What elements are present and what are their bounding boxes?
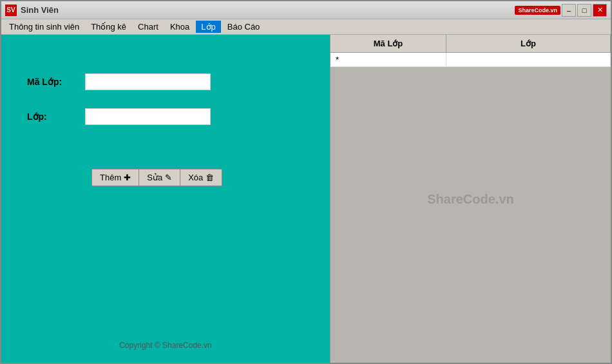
button-row: Thêm ✚ Sửa ✎ Xóa 🗑 bbox=[91, 169, 222, 186]
menu-bar: Thông tin sinh viên Thống kê Chart Khoa … bbox=[1, 19, 611, 35]
xoa-button[interactable]: Xóa 🗑 bbox=[180, 169, 222, 186]
window-title: Sinh Viên bbox=[21, 5, 59, 15]
lop-input[interactable] bbox=[85, 108, 211, 125]
menu-item-bao-cao[interactable]: Báo Cáo bbox=[222, 21, 265, 33]
col-header-ma-lop: Mã Lớp bbox=[330, 35, 446, 52]
col-header-lop: Lớp bbox=[446, 35, 611, 52]
table-watermark: ShareCode.vn bbox=[427, 191, 513, 206]
maximize-button[interactable]: □ bbox=[577, 4, 591, 17]
them-label: Thêm bbox=[100, 173, 121, 182]
minimize-button[interactable]: – bbox=[562, 4, 576, 17]
title-bar-left: SV Sinh Viên bbox=[5, 5, 59, 16]
lop-label: Lớp: bbox=[27, 111, 85, 122]
main-content: Mã Lớp: Lớp: Thêm ✚ Sửa ✎ Xóa 🗑 bbox=[1, 35, 611, 363]
lop-row: Lớp: bbox=[27, 108, 304, 125]
xoa-label: Xóa bbox=[188, 173, 203, 182]
main-window: SV Sinh Viên ShareCode.vn – □ ✕ Thông ti… bbox=[0, 0, 612, 364]
menu-item-khoa[interactable]: Khoa bbox=[165, 21, 195, 33]
close-button[interactable]: ✕ bbox=[593, 4, 607, 17]
form-panel: Mã Lớp: Lớp: Thêm ✚ Sửa ✎ Xóa 🗑 bbox=[1, 35, 330, 363]
ma-lop-input[interactable] bbox=[85, 73, 211, 90]
logo-area: ShareCode.vn bbox=[515, 6, 560, 15]
cell-ma-lop: * bbox=[330, 53, 446, 66]
table-header: Mã Lớp Lớp bbox=[330, 35, 611, 53]
sua-label: Sửa bbox=[147, 173, 162, 182]
table-panel: Mã Lớp Lớp * ShareCode.vn bbox=[330, 35, 611, 363]
title-bar: SV Sinh Viên ShareCode.vn – □ ✕ bbox=[1, 1, 611, 19]
sua-icon: ✎ bbox=[165, 173, 172, 182]
menu-item-thong-tin-sinh-vien[interactable]: Thông tin sinh viên bbox=[4, 21, 84, 33]
copyright: Copyright © ShareCode.vn bbox=[119, 341, 212, 350]
menu-item-thong-ke[interactable]: Thống kê bbox=[86, 21, 131, 33]
app-icon: SV bbox=[5, 5, 17, 16]
them-button[interactable]: Thêm ✚ bbox=[91, 169, 139, 186]
sua-button[interactable]: Sửa ✎ bbox=[139, 169, 180, 186]
them-icon: ✚ bbox=[124, 173, 131, 182]
menu-item-lop[interactable]: Lớp bbox=[196, 21, 220, 33]
sharecode-logo: ShareCode.vn bbox=[515, 6, 560, 15]
ma-lop-label: Mã Lớp: bbox=[27, 77, 85, 87]
title-bar-controls: ShareCode.vn – □ ✕ bbox=[515, 4, 607, 17]
table-row[interactable]: * bbox=[330, 53, 611, 67]
cell-lop bbox=[446, 53, 611, 66]
xoa-icon: 🗑 bbox=[206, 173, 214, 182]
ma-lop-row: Mã Lớp: bbox=[27, 73, 304, 90]
menu-item-chart[interactable]: Chart bbox=[133, 21, 164, 33]
